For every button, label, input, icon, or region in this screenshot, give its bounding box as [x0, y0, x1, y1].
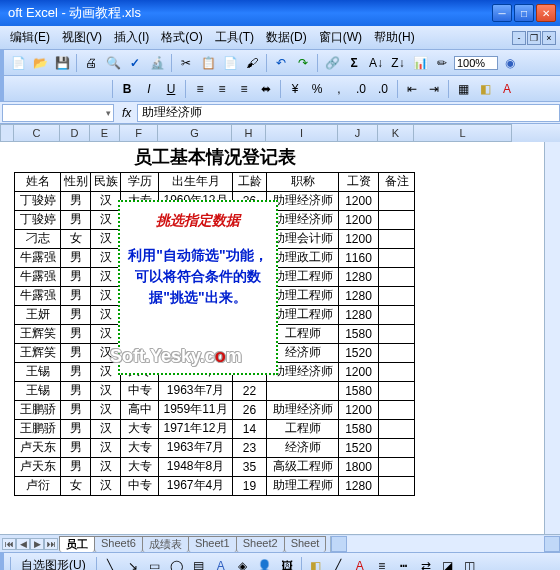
- cell[interactable]: 1280: [339, 267, 379, 286]
- cell[interactable]: 大专: [121, 419, 159, 438]
- font-color-icon[interactable]: A: [497, 79, 517, 99]
- percent-icon[interactable]: %: [307, 79, 327, 99]
- cell[interactable]: 汉: [91, 419, 121, 438]
- col-header[interactable]: D: [60, 124, 90, 142]
- fill-color-icon[interactable]: ◧: [475, 79, 495, 99]
- cell[interactable]: 中专: [121, 476, 159, 495]
- print-icon[interactable]: 🖨: [81, 53, 101, 73]
- cell[interactable]: 1971年12月: [159, 419, 233, 438]
- cell[interactable]: 卢天东: [15, 457, 61, 476]
- cell[interactable]: [415, 362, 513, 381]
- menu-data[interactable]: 数据(D): [260, 27, 313, 48]
- borders-icon[interactable]: ▦: [453, 79, 473, 99]
- cell[interactable]: [379, 191, 415, 210]
- cut-icon[interactable]: ✂: [176, 53, 196, 73]
- picture-icon[interactable]: 🖼: [277, 556, 297, 571]
- cell[interactable]: 男: [61, 267, 91, 286]
- cell[interactable]: [379, 476, 415, 495]
- cell[interactable]: 汉: [91, 229, 121, 248]
- grid[interactable]: 员工基本情况登记表姓名性别民族学历出生年月工龄职称工资备注丁骏婷男汉大专1960…: [0, 142, 560, 496]
- horizontal-scrollbar[interactable]: [330, 536, 560, 552]
- dash-icon[interactable]: ┅: [394, 556, 414, 571]
- save-icon[interactable]: 💾: [52, 53, 72, 73]
- cell[interactable]: 1200: [339, 229, 379, 248]
- cell[interactable]: 男: [61, 210, 91, 229]
- line-color-icon[interactable]: ╱: [328, 556, 348, 571]
- preview-icon[interactable]: 🔍: [103, 53, 123, 73]
- col-header[interactable]: J: [338, 124, 378, 142]
- cell[interactable]: [379, 305, 415, 324]
- align-left-icon[interactable]: ≡: [190, 79, 210, 99]
- cell[interactable]: 男: [61, 305, 91, 324]
- help-icon[interactable]: ◉: [500, 53, 520, 73]
- cell[interactable]: 丁骏婷: [15, 191, 61, 210]
- cell[interactable]: [415, 343, 513, 362]
- menu-window[interactable]: 窗口(W): [313, 27, 368, 48]
- oval-icon[interactable]: ◯: [167, 556, 187, 571]
- name-box[interactable]: [2, 104, 114, 122]
- cell[interactable]: 14: [233, 419, 267, 438]
- align-right-icon[interactable]: ≡: [234, 79, 254, 99]
- cell[interactable]: 男: [61, 248, 91, 267]
- cell[interactable]: 男: [61, 457, 91, 476]
- formula-input[interactable]: 助理经济师: [137, 104, 560, 122]
- cell[interactable]: 工资: [339, 172, 379, 191]
- cell[interactable]: 卢天东: [15, 438, 61, 457]
- cell[interactable]: 卢衍: [15, 476, 61, 495]
- clipart-icon[interactable]: 👤: [255, 556, 275, 571]
- cell[interactable]: [415, 476, 513, 495]
- cell[interactable]: 1580: [339, 381, 379, 400]
- research-icon[interactable]: 🔬: [147, 53, 167, 73]
- cell[interactable]: [415, 400, 513, 419]
- cell[interactable]: 1520: [339, 343, 379, 362]
- menu-format[interactable]: 格式(O): [155, 27, 208, 48]
- cell[interactable]: 王锡: [15, 381, 61, 400]
- cell[interactable]: 汉: [91, 248, 121, 267]
- cell[interactable]: 26: [233, 400, 267, 419]
- cell[interactable]: 22: [233, 381, 267, 400]
- open-icon[interactable]: 📂: [30, 53, 50, 73]
- col-header[interactable]: G: [158, 124, 232, 142]
- cell[interactable]: 中专: [121, 381, 159, 400]
- comma-icon[interactable]: ,: [329, 79, 349, 99]
- cell[interactable]: 汉: [91, 267, 121, 286]
- sheet-tab[interactable]: Sheet6: [94, 536, 143, 552]
- italic-icon[interactable]: I: [139, 79, 159, 99]
- autoshapes-menu[interactable]: 自选图形(U): [15, 555, 92, 570]
- cell[interactable]: [415, 210, 513, 229]
- cell[interactable]: [379, 343, 415, 362]
- font-color2-icon[interactable]: A: [350, 556, 370, 571]
- cell[interactable]: 1200: [339, 191, 379, 210]
- menu-tools[interactable]: 工具(T): [209, 27, 260, 48]
- cell[interactable]: 助理工程师: [267, 476, 339, 495]
- new-icon[interactable]: 📄: [8, 53, 28, 73]
- fx-button[interactable]: fx: [116, 106, 137, 120]
- cell[interactable]: 王妍: [15, 305, 61, 324]
- sheet-tab[interactable]: Sheet2: [236, 536, 285, 552]
- tab-first-icon[interactable]: ⏮: [2, 538, 16, 550]
- cell[interactable]: [415, 191, 513, 210]
- cell[interactable]: 高级工程师: [267, 457, 339, 476]
- cell[interactable]: 男: [61, 191, 91, 210]
- cell[interactable]: 汉: [91, 438, 121, 457]
- drawing-icon[interactable]: ✏: [432, 53, 452, 73]
- inc-indent-icon[interactable]: ⇥: [424, 79, 444, 99]
- cell[interactable]: [415, 267, 513, 286]
- col-header[interactable]: E: [90, 124, 120, 142]
- dec-decimal-icon[interactable]: .0: [373, 79, 393, 99]
- cell[interactable]: 35: [233, 457, 267, 476]
- cell[interactable]: 1963年7月: [159, 438, 233, 457]
- cell[interactable]: 工程师: [267, 419, 339, 438]
- cell[interactable]: [379, 229, 415, 248]
- cell[interactable]: 大专: [121, 438, 159, 457]
- cell[interactable]: [379, 248, 415, 267]
- select-all-corner[interactable]: [0, 124, 14, 142]
- cell[interactable]: 女: [61, 229, 91, 248]
- cell[interactable]: 1520: [339, 438, 379, 457]
- arrow-style-icon[interactable]: ⇄: [416, 556, 436, 571]
- cell[interactable]: 牛露强: [15, 267, 61, 286]
- cell[interactable]: 丁骏婷: [15, 210, 61, 229]
- cell[interactable]: [379, 324, 415, 343]
- 3d-icon[interactable]: ◫: [460, 556, 480, 571]
- sort-desc-icon[interactable]: Z↓: [388, 53, 408, 73]
